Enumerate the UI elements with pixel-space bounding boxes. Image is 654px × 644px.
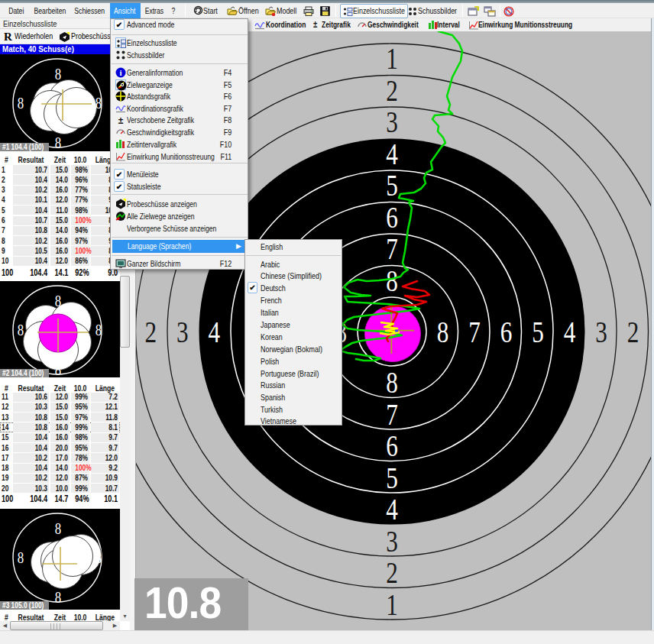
svg-text:6: 6 [386,429,398,463]
svg-text:3: 3 [386,105,398,140]
svg-text:5: 5 [386,169,398,203]
svg-text:6: 6 [500,315,513,349]
svg-text:8: 8 [55,519,61,537]
svg-text:2: 2 [627,315,639,349]
svg-text:i: i [119,68,121,77]
svg-text:4: 4 [564,315,576,349]
svg-text:4: 4 [209,315,221,349]
svg-text:8: 8 [18,549,24,566]
svg-text:3: 3 [595,315,607,349]
svg-text:8: 8 [96,549,102,566]
svg-text:8: 8 [55,134,61,151]
svg-text:8: 8 [18,94,24,112]
svg-text:1: 1 [386,587,398,622]
svg-text:5: 5 [532,315,544,349]
svg-text:2: 2 [145,315,157,349]
svg-text:8: 8 [18,321,24,338]
svg-text:4: 4 [386,137,398,171]
svg-text:8: 8 [386,365,398,400]
svg-text:2: 2 [386,555,398,590]
svg-text:3: 3 [386,524,398,558]
svg-text:8: 8 [96,321,102,338]
svg-text:7: 7 [386,397,398,432]
svg-text:8: 8 [55,65,61,83]
svg-text:1: 1 [386,42,398,76]
svg-text:8: 8 [437,315,449,349]
svg-text:7: 7 [386,232,398,267]
svg-text:6: 6 [386,200,398,235]
svg-text:8: 8 [55,292,61,309]
svg-text:8: 8 [55,588,61,606]
svg-text:8: 8 [55,361,61,377]
svg-text:8: 8 [96,94,102,112]
svg-text:2: 2 [386,73,398,108]
svg-text:8: 8 [386,264,398,298]
svg-text:4: 4 [386,492,398,526]
svg-text:5: 5 [386,461,398,495]
svg-text:3: 3 [176,315,189,349]
svg-text:7: 7 [468,315,481,349]
